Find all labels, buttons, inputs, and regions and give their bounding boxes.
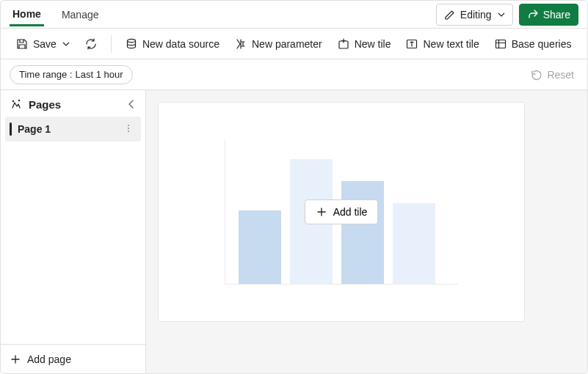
time-range-value: Last 1 hour <box>76 69 123 80</box>
page-name: Page 1 <box>18 123 122 135</box>
new-text-tile-label: New text tile <box>423 38 479 50</box>
main-area: Pages Page 1 Add page Add tile <box>1 90 587 373</box>
editing-label: Editing <box>460 9 492 21</box>
svg-point-5 <box>18 100 20 101</box>
time-range-label: Time range : <box>19 69 73 80</box>
plus-icon <box>316 206 327 218</box>
pencil-icon <box>444 9 456 21</box>
new-tile-label: New tile <box>355 38 391 50</box>
svg-point-0 <box>127 39 135 42</box>
canvas: Add tile <box>146 90 587 373</box>
tab-home[interactable]: Home <box>10 4 44 26</box>
share-label: Share <box>543 9 570 21</box>
new-tile-button[interactable]: New tile <box>331 32 397 56</box>
text-tile-icon <box>405 37 418 51</box>
refresh-button[interactable] <box>79 32 104 56</box>
sidebar-header: Pages <box>1 90 145 115</box>
page-item[interactable]: Page 1 <box>5 117 141 142</box>
active-indicator <box>10 122 12 136</box>
add-tile-button[interactable]: Add tile <box>305 199 379 224</box>
tab-manage[interactable]: Manage <box>59 4 102 25</box>
pages-icon <box>10 98 23 111</box>
page-more-button[interactable] <box>122 122 135 137</box>
time-range-pill[interactable]: Time range : Last 1 hour <box>10 65 133 84</box>
tabs-row: Home Manage Editing Share <box>1 1 587 29</box>
undo-icon <box>531 69 542 81</box>
divider <box>111 35 112 53</box>
editing-mode-button[interactable]: Editing <box>436 4 513 26</box>
refresh-icon <box>84 37 98 51</box>
plus-icon <box>10 353 21 365</box>
chevron-down-icon <box>62 40 70 48</box>
new-parameter-button[interactable]: New parameter <box>228 32 328 56</box>
share-icon <box>527 9 539 21</box>
tile-icon <box>337 37 350 51</box>
save-icon <box>15 37 29 51</box>
share-button[interactable]: Share <box>519 4 578 26</box>
more-vertical-icon <box>123 123 134 133</box>
pages-sidebar: Pages Page 1 Add page <box>1 90 146 373</box>
placeholder-bar <box>393 203 435 284</box>
new-data-source-button[interactable]: New data source <box>119 32 225 56</box>
parameter-icon <box>234 37 247 51</box>
add-page-label: Add page <box>27 353 71 365</box>
database-icon <box>125 37 138 51</box>
svg-point-4 <box>12 100 14 102</box>
toolbar-row: Save New data source New parameter New t… <box>1 29 587 59</box>
save-button[interactable]: Save <box>10 32 76 56</box>
svg-point-7 <box>128 128 129 129</box>
filter-row: Time range : Last 1 hour Reset <box>1 59 587 90</box>
empty-tile-card: Add tile <box>158 102 525 322</box>
svg-point-6 <box>128 125 129 126</box>
base-queries-label: Base queries <box>512 38 572 50</box>
save-label: Save <box>33 38 57 50</box>
new-text-tile-button[interactable]: New text tile <box>399 32 484 56</box>
add-tile-label: Add tile <box>333 206 368 218</box>
sidebar-title: Pages <box>29 98 120 111</box>
base-queries-icon <box>494 37 507 51</box>
svg-point-8 <box>128 131 129 132</box>
chevron-down-icon <box>498 11 505 18</box>
new-parameter-label: New parameter <box>252 38 322 50</box>
placeholder-bar <box>239 210 281 284</box>
svg-rect-3 <box>496 40 505 48</box>
reset-button[interactable]: Reset <box>526 66 578 84</box>
chevron-left-icon[interactable] <box>126 99 137 109</box>
new-data-source-label: New data source <box>142 38 219 50</box>
base-queries-button[interactable]: Base queries <box>488 32 578 56</box>
reset-label: Reset <box>547 69 574 81</box>
add-page-button[interactable]: Add page <box>1 344 145 373</box>
placeholder-bar <box>341 181 384 284</box>
